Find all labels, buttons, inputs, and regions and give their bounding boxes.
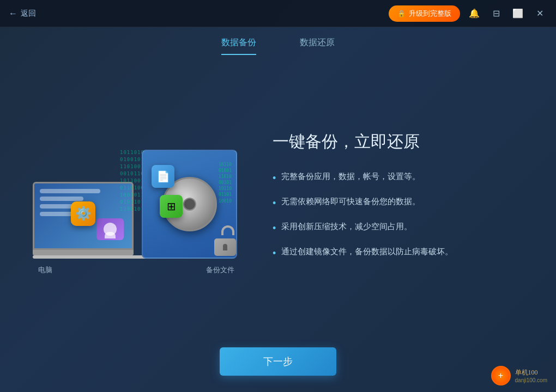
feature-item-1: • 完整备份应用，数据，帐号，设置等。 (273, 170, 523, 186)
screen-line-1 (40, 189, 100, 193)
titlebar: ← 返回 🔒 升级到完整版 🔔 ⊟ ⬜ ✕ (0, 0, 556, 27)
laptop-base (33, 250, 134, 255)
tab-backup[interactable]: 数据备份 (221, 37, 256, 55)
next-button[interactable]: 下一步 (220, 347, 336, 376)
content-area: ⚙️ 10110100 01001011 11010010 00101101 1… (0, 55, 556, 336)
minimize-icon: ⊟ (493, 8, 500, 19)
feature-text-2: 无需依赖网络即可快速备份您的数据。 (281, 195, 420, 208)
watermark: + 单机100 danji100.com (491, 366, 547, 385)
back-button[interactable]: ← 返回 (9, 9, 36, 19)
feature-item-3: • 采用创新压缩技术，减少空间占用。 (273, 220, 523, 236)
hdd-lock (214, 233, 237, 259)
right-content: 一键备份，立即还原 • 完整备份应用，数据，帐号，设置等。 • 无需依赖网络即可… (273, 131, 523, 261)
bottom-area: 下一步 (0, 336, 556, 392)
gear-float-icon: ⚙️ (71, 201, 95, 226)
hdd-code: 10110010011101000101101100110110010 (219, 162, 232, 204)
upgrade-button[interactable]: 🔒 升级到完整版 (389, 5, 460, 22)
watermark-icon: + (491, 366, 511, 385)
bullet-2: • (273, 196, 276, 211)
back-arrow-icon: ← (9, 9, 17, 19)
bullet-4: • (273, 246, 276, 261)
computer-label: 电脑 (38, 265, 52, 275)
tabs-bar: 数据备份 数据还原 (0, 27, 556, 55)
person-icon (104, 223, 117, 236)
lock-keyhole (223, 244, 227, 250)
feature-text-3: 采用创新压缩技术，减少空间占用。 (281, 220, 412, 233)
titlebar-right: 🔒 升级到完整版 🔔 ⊟ ⬜ ✕ (389, 5, 547, 22)
doc-float-icon: 📄 (152, 165, 174, 188)
illustration: ⚙️ 10110100 01001011 11010010 00101101 1… (33, 117, 240, 275)
screen-line-2 (40, 197, 83, 201)
main-content: 数据备份 数据还原 (0, 27, 556, 392)
bullet-3: • (273, 221, 276, 236)
backup-label: 备份文件 (206, 265, 234, 275)
illus-labels: 电脑 备份文件 (33, 265, 240, 275)
tab-restore[interactable]: 数据还原 (300, 37, 335, 55)
bullet-1: • (273, 171, 276, 186)
watermark-site: 单机100 (515, 368, 547, 377)
main-title: 一键备份，立即还原 (273, 131, 523, 153)
feature-item-2: • 无需依赖网络即可快速备份您的数据。 (273, 195, 523, 211)
restore-icon: ⬜ (512, 8, 523, 19)
minimize-button[interactable]: ⊟ (488, 6, 504, 21)
feature-list: • 完整备份应用，数据，帐号，设置等。 • 无需依赖网络即可快速备份您的数据。 … (273, 170, 523, 261)
person-card (96, 218, 124, 240)
grid-float-icon: ⊞ (160, 195, 183, 218)
feature-item-4: • 通过创建镜像文件，备份数据以防止病毒破坏。 (273, 246, 523, 261)
feature-text-4: 通过创建镜像文件，备份数据以防止病毒破坏。 (281, 246, 453, 258)
watermark-content: 单机100 danji100.com (515, 368, 547, 383)
back-label: 返回 (21, 9, 36, 19)
lock-body (214, 238, 236, 256)
lock-shackle (221, 225, 234, 235)
laptop-stand (33, 255, 147, 259)
illus-wrapper: ⚙️ 10110100 01001011 11010010 00101101 1… (33, 117, 240, 259)
feature-text-1: 完整备份应用，数据，帐号，设置等。 (281, 170, 420, 183)
notification-button[interactable]: 🔔 (467, 6, 482, 21)
lock-icon: 🔒 (397, 10, 406, 17)
upgrade-label: 升级到完整版 (409, 9, 451, 19)
close-icon: ✕ (536, 8, 543, 19)
watermark-url: danji100.com (515, 377, 547, 383)
restore-button[interactable]: ⬜ (510, 6, 525, 21)
bell-icon: 🔔 (469, 8, 480, 19)
close-button[interactable]: ✕ (532, 6, 547, 21)
